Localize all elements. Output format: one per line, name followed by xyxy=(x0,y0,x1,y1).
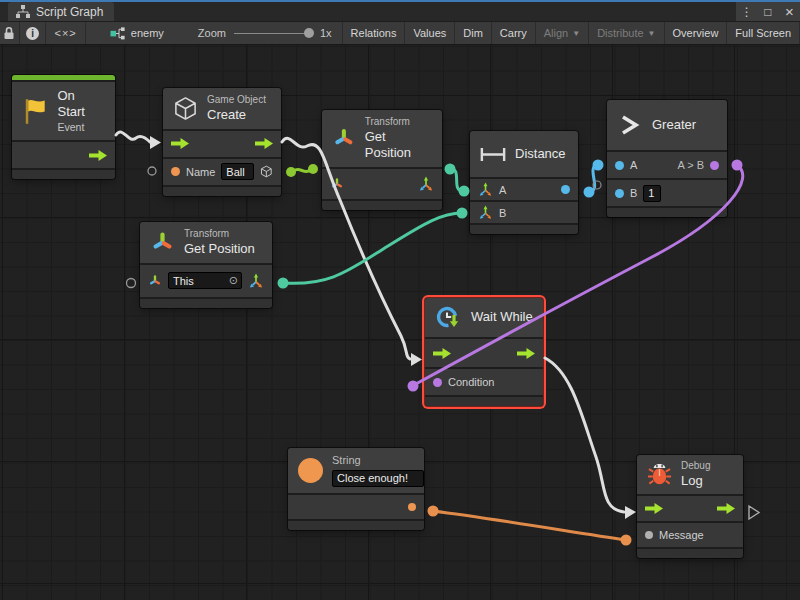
node-title: String xyxy=(332,454,424,468)
transform-icon xyxy=(332,126,356,151)
gameobject-output-port[interactable] xyxy=(260,164,273,179)
flow-input-port[interactable] xyxy=(645,503,663,514)
zoom-value: 1x xyxy=(320,27,332,39)
node-get-position-top[interactable]: Transform Get Position xyxy=(322,110,442,210)
node-title: Create xyxy=(207,107,266,123)
vector3-input-port-b[interactable] xyxy=(478,205,493,220)
node-title: On Start xyxy=(57,88,105,121)
maximize-icon[interactable]: □ xyxy=(761,6,775,18)
target-field[interactable] xyxy=(168,272,242,289)
distance-output-port[interactable] xyxy=(561,185,570,194)
overview-button[interactable]: Overview xyxy=(665,22,728,44)
node-category: Game Object xyxy=(207,94,266,107)
node-subtitle: Event xyxy=(57,121,105,135)
vector3-output-port[interactable] xyxy=(418,176,434,192)
fullscreen-button[interactable]: Full Screen xyxy=(727,22,800,44)
node-title: Wait While xyxy=(471,309,533,325)
string-icon xyxy=(298,458,323,483)
flow-output-port[interactable] xyxy=(717,503,735,514)
code-icon: <×> xyxy=(54,27,76,39)
input-b-label: B xyxy=(499,207,506,219)
flow-output-port[interactable] xyxy=(89,150,107,161)
graph-canvas[interactable]: On Start Event Game Object Create xyxy=(0,45,800,600)
node-on-start[interactable]: On Start Event xyxy=(12,75,115,179)
node-title: Log xyxy=(681,473,710,489)
name-value-field[interactable] xyxy=(221,163,254,180)
toolbar-menu-buttons: Relations Values Dim Carry Align▼ Distri… xyxy=(342,22,800,44)
flag-icon xyxy=(22,97,48,126)
node-wait-while[interactable]: Wait While Condition xyxy=(425,298,543,406)
tab-script-graph[interactable]: Script Graph xyxy=(8,2,114,21)
message-input-port[interactable] xyxy=(645,531,653,539)
flow-output-port[interactable] xyxy=(517,348,535,359)
zoom-control: Zoom 1x xyxy=(198,22,332,44)
string-output-port[interactable] xyxy=(408,503,416,511)
inspect-button[interactable]: i xyxy=(20,22,47,44)
node-title: Greater xyxy=(652,117,696,133)
transform-input-port[interactable] xyxy=(330,177,344,191)
transform-icon xyxy=(150,230,175,255)
lock-icon xyxy=(3,26,15,40)
message-label: Message xyxy=(659,529,704,541)
graph-hierarchy-icon xyxy=(16,5,30,18)
lock-button[interactable] xyxy=(0,22,20,44)
dim-button[interactable]: Dim xyxy=(455,22,492,44)
node-debug-log[interactable]: Debug Log Message xyxy=(637,455,743,558)
tab-title: Script Graph xyxy=(36,5,103,19)
name-input-port[interactable] xyxy=(171,167,180,176)
result-label: A > B xyxy=(677,159,704,171)
transform-input-port[interactable] xyxy=(148,274,162,288)
title-bar: Script Graph ⋮ □ × xyxy=(0,0,800,21)
distribute-button[interactable]: Distribute▼ xyxy=(589,22,664,44)
name-port-label: Name xyxy=(186,166,215,178)
input-b-field[interactable] xyxy=(643,185,661,202)
input-a-port[interactable] xyxy=(615,161,624,170)
flow-input-port[interactable] xyxy=(171,138,189,149)
input-b-port[interactable] xyxy=(615,189,624,198)
greater-than-icon xyxy=(617,112,643,138)
flow-input-port[interactable] xyxy=(433,348,451,359)
node-greater[interactable]: Greater A A > B B xyxy=(607,100,727,217)
info-icon: i xyxy=(26,27,39,40)
vector3-input-port-a[interactable] xyxy=(478,182,493,197)
close-icon[interactable]: × xyxy=(782,4,796,19)
code-view-button[interactable]: <×> xyxy=(46,22,85,44)
event-accent-bar xyxy=(12,75,115,80)
carry-button[interactable]: Carry xyxy=(492,22,536,44)
window-menu-icon[interactable]: ⋮ xyxy=(740,6,754,18)
string-value-field[interactable] xyxy=(332,470,424,487)
wait-clock-icon xyxy=(435,304,462,331)
graph-breadcrumb[interactable]: enemy xyxy=(110,22,164,44)
node-create-gameobject[interactable]: Game Object Create Name xyxy=(163,88,281,196)
node-distance[interactable]: Distance A B xyxy=(470,131,578,234)
node-category: Transform xyxy=(365,116,432,129)
node-title: Get Position xyxy=(365,129,432,162)
graph-asset-icon xyxy=(110,26,125,41)
graph-name: enemy xyxy=(131,27,164,39)
window-controls: ⋮ □ × xyxy=(736,2,800,21)
node-title: Distance xyxy=(515,146,566,162)
zoom-slider-track[interactable] xyxy=(234,33,312,34)
dropdown-arrow-icon: ▼ xyxy=(648,29,656,38)
align-button[interactable]: Align▼ xyxy=(536,22,589,44)
gameobject-cube-icon xyxy=(173,96,198,121)
relations-button[interactable]: Relations xyxy=(343,22,406,44)
condition-input-port[interactable] xyxy=(433,378,442,387)
distance-ruler-icon xyxy=(480,147,506,162)
node-category: Debug xyxy=(681,460,710,473)
input-b-label: B xyxy=(630,187,637,199)
input-a-label: A xyxy=(630,159,637,171)
values-button[interactable]: Values xyxy=(405,22,455,44)
debug-bug-icon xyxy=(647,462,672,487)
vector3-output-port[interactable] xyxy=(248,273,264,289)
flow-output-port[interactable] xyxy=(255,138,273,149)
input-a-label: A xyxy=(499,184,506,196)
node-string-literal[interactable]: String xyxy=(288,448,424,530)
result-output-port[interactable] xyxy=(710,161,719,170)
zoom-slider-handle[interactable] xyxy=(304,28,314,38)
condition-label: Condition xyxy=(448,376,494,388)
focused-window-indicator xyxy=(0,0,800,2)
node-title: Get Position xyxy=(184,241,255,257)
node-get-position-bottom[interactable]: Transform Get Position ⊙ xyxy=(140,222,272,308)
unity-script-graph-window: Script Graph ⋮ □ × i <×> xyxy=(0,0,800,600)
